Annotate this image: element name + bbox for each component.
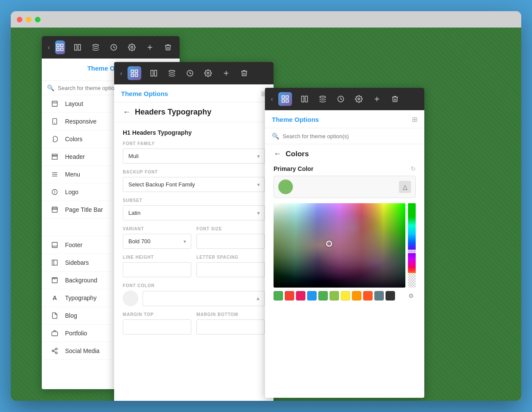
- swatches-gear-icon[interactable]: ⚙: [406, 291, 416, 300]
- social-media-icon: [50, 347, 59, 354]
- minimize-button[interactable]: [26, 17, 31, 22]
- panel-2-back-btn[interactable]: ← Headers Typography: [123, 108, 265, 117]
- panel-3-toolbar-panels-icon[interactable]: [297, 93, 312, 105]
- color-panel-content: ← Colors Primary Color ↻ #7abc64 △: [265, 144, 424, 398]
- variant-select[interactable]: Bold 700: [123, 234, 191, 249]
- swatch-green[interactable]: [274, 291, 283, 300]
- hue-slider-handle[interactable]: [407, 250, 417, 253]
- panel-2-toolbar-history-icon[interactable]: [183, 67, 197, 80]
- line-height-input[interactable]: 1.4: [123, 262, 191, 277]
- hue-slider[interactable]: [408, 203, 416, 288]
- window-content: ‹: [11, 28, 521, 401]
- letter-spacing-input[interactable]: 0: [196, 262, 265, 277]
- panel-3-toolbar-delete-icon[interactable]: [388, 93, 402, 105]
- panel-1-back-button[interactable]: ‹: [46, 42, 52, 53]
- sidebar-item-label-colors: Colors: [65, 136, 82, 142]
- sidebar-item-label-responsive: Responsive: [65, 118, 96, 125]
- panel-2-toolbar-settings-icon[interactable]: [201, 67, 215, 80]
- svg-rect-43: [151, 70, 153, 76]
- panel-2-toolbar-add-icon[interactable]: [219, 67, 233, 80]
- margin-top-input[interactable]: 0.67em: [123, 319, 191, 335]
- panel-3-toolbar-add-icon[interactable]: [370, 93, 384, 105]
- sidebars-icon: [50, 259, 59, 266]
- svg-point-56: [320, 96, 326, 98]
- colors-back-arrow-icon[interactable]: ←: [274, 149, 281, 158]
- swatch-dark[interactable]: [386, 291, 395, 300]
- variant-group: VARIANT Bold 700: [123, 226, 191, 249]
- panel-2-toolbar-delete-icon[interactable]: [237, 67, 252, 80]
- panel-3-search-input[interactable]: [283, 133, 417, 139]
- panel-2-toolbar-layers-icon[interactable]: [165, 67, 179, 80]
- svg-rect-51: [286, 96, 288, 99]
- color-swatches-row: ⚙: [274, 291, 416, 300]
- svg-rect-3: [61, 48, 63, 51]
- sidebar-item-label-social-media: Social Media: [65, 347, 100, 354]
- page-title-bar-icon: [50, 206, 59, 213]
- panel-1-toolbar-panels-icon[interactable]: [70, 41, 85, 54]
- svg-point-58: [358, 98, 360, 100]
- panel-1-toolbar-delete-icon[interactable]: [161, 41, 175, 54]
- panel-1-toolbar: ‹: [42, 36, 180, 59]
- swatch-yellow[interactable]: [341, 291, 350, 300]
- sidebar-item-label-header: Header: [65, 153, 85, 160]
- svg-rect-30: [52, 260, 57, 265]
- font-family-select[interactable]: Muli: [123, 149, 265, 164]
- swatch-red[interactable]: [285, 291, 294, 300]
- gradient-cursor: [326, 241, 332, 247]
- svg-rect-4: [75, 44, 77, 50]
- svg-line-37: [54, 351, 56, 353]
- titlebar: [11, 11, 521, 28]
- color-dropper-button[interactable]: △: [399, 181, 411, 193]
- primary-color-hex-input[interactable]: #7abc64: [297, 184, 395, 190]
- maximize-button[interactable]: [35, 17, 40, 22]
- panel-3-filter-icon[interactable]: ⊞: [412, 115, 417, 124]
- panel-1-toolbar-add-icon[interactable]: [143, 41, 157, 54]
- panel-3-toolbar-layers-icon[interactable]: [315, 93, 330, 105]
- backup-font-select-wrapper: Select Backup Font Family: [123, 177, 265, 192]
- svg-rect-39: [131, 70, 134, 73]
- panel-3-toolbar: ‹: [265, 88, 424, 110]
- panel-2-section-title: Headers Typography: [135, 108, 212, 117]
- panel-2-back-button[interactable]: ‹: [118, 68, 124, 78]
- primary-color-circle[interactable]: [278, 180, 293, 194]
- color-gradient-area[interactable]: [274, 203, 405, 288]
- swatch-orange[interactable]: [352, 291, 361, 300]
- swatch-green2[interactable]: [318, 291, 328, 300]
- panel-2-toolbar-panels-icon[interactable]: [146, 67, 161, 80]
- font-size-input[interactable]: 60px: [196, 234, 265, 249]
- svg-rect-40: [135, 70, 137, 73]
- panel-1-toolbar-layers-icon[interactable]: [88, 41, 103, 54]
- panel-1-toolbar-settings-icon[interactable]: [124, 41, 139, 54]
- panel-1-toolbar-history-icon[interactable]: [106, 41, 121, 54]
- layout-icon: [50, 100, 59, 107]
- panel-3-toolbar-settings-icon[interactable]: [352, 93, 366, 105]
- subset-select[interactable]: Latin: [123, 205, 265, 220]
- close-button[interactable]: [17, 17, 22, 22]
- font-color-input[interactable]: #ffffff: [143, 291, 265, 306]
- svg-point-6: [93, 44, 99, 46]
- panel-3-header: Theme Options ⊞: [265, 110, 424, 128]
- primary-color-label-row: Primary Color ↻: [274, 165, 416, 172]
- svg-rect-0: [57, 44, 59, 47]
- panel-3-toolbar-history-icon[interactable]: [333, 93, 348, 105]
- swatch-light-green[interactable]: [330, 291, 339, 300]
- variant-select-wrapper: Bold 700: [123, 234, 191, 249]
- colors-section-header: ← Colors: [274, 149, 416, 158]
- font-color-swatch[interactable]: [123, 291, 138, 306]
- svg-point-36: [56, 352, 57, 354]
- swatch-pink[interactable]: [296, 291, 305, 300]
- panel-3-back-button[interactable]: ‹: [269, 94, 275, 104]
- swatch-deep-orange[interactable]: [363, 291, 373, 300]
- backup-font-select[interactable]: Select Backup Font Family: [123, 177, 265, 192]
- svg-line-38: [54, 349, 56, 350]
- swatch-blue[interactable]: [307, 291, 317, 300]
- panel-3-search-inner: 🔍: [272, 133, 417, 139]
- color-pick-icon[interactable]: ▲: [255, 295, 261, 301]
- color-reset-icon[interactable]: ↻: [411, 165, 416, 172]
- svg-rect-50: [282, 96, 284, 99]
- margin-bottom-label: MARGIN BOTTOM: [196, 312, 265, 317]
- svg-rect-11: [52, 101, 57, 106]
- swatch-blue-grey[interactable]: [374, 291, 384, 300]
- svg-point-35: [52, 350, 54, 352]
- margin-bottom-input[interactable]: 0.67em: [196, 319, 265, 335]
